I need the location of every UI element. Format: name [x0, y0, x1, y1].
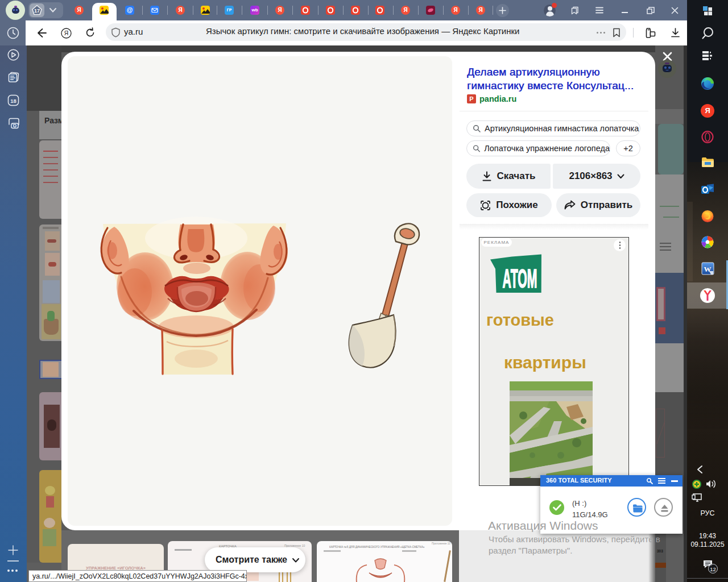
svg-text:18: 18: [10, 98, 16, 104]
svg-text:17: 17: [34, 8, 40, 14]
svg-text:АТОМ: АТОМ: [503, 264, 537, 293]
svg-text:Я: Я: [64, 30, 69, 36]
